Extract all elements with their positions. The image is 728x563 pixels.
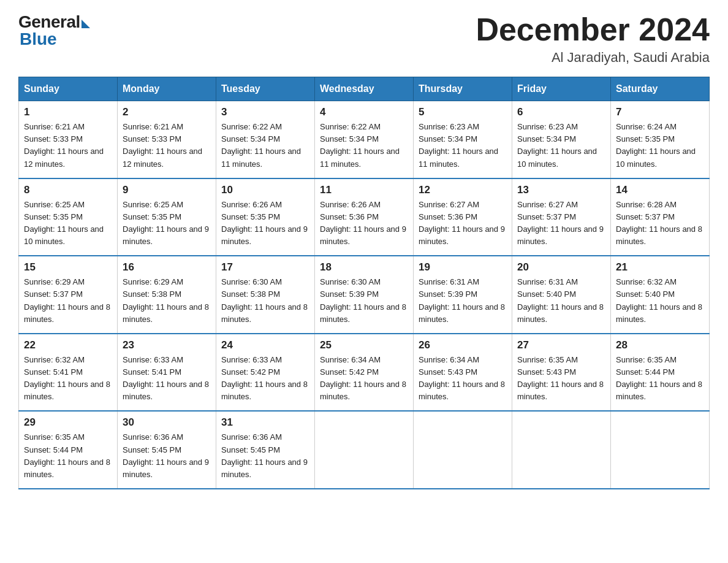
day-number: 13 (517, 184, 605, 196)
calendar-cell: 13 Sunrise: 6:27 AMSunset: 5:37 PMDaylig… (512, 178, 611, 256)
day-info: Sunrise: 6:28 AMSunset: 5:37 PMDaylight:… (616, 199, 704, 248)
calendar-cell: 23 Sunrise: 6:33 AMSunset: 5:41 PMDaylig… (118, 334, 216, 412)
day-info: Sunrise: 6:36 AMSunset: 5:45 PMDaylight:… (221, 431, 309, 481)
day-number: 2 (123, 106, 211, 118)
day-info: Sunrise: 6:29 AMSunset: 5:37 PMDaylight:… (24, 276, 112, 326)
day-info: Sunrise: 6:23 AMSunset: 5:34 PMDaylight:… (517, 121, 605, 170)
calendar-cell (611, 411, 710, 489)
day-info: Sunrise: 6:31 AMSunset: 5:39 PMDaylight:… (419, 276, 507, 326)
calendar-cell: 9 Sunrise: 6:25 AMSunset: 5:35 PMDayligh… (118, 178, 216, 256)
calendar-cell: 30 Sunrise: 6:36 AMSunset: 5:45 PMDaylig… (118, 411, 216, 489)
day-info: Sunrise: 6:34 AMSunset: 5:42 PMDaylight:… (320, 354, 408, 404)
day-number: 9 (123, 184, 211, 196)
calendar-header-friday: Friday (512, 77, 611, 101)
title-area: December 2024 Al Jaradiyah, Saudi Arabia (476, 12, 710, 66)
calendar-cell: 5 Sunrise: 6:23 AMSunset: 5:34 PMDayligh… (414, 101, 512, 178)
calendar-header-row: SundayMondayTuesdayWednesdayThursdayFrid… (19, 77, 710, 101)
calendar-cell: 12 Sunrise: 6:27 AMSunset: 5:36 PMDaylig… (414, 178, 512, 256)
calendar-cell: 4 Sunrise: 6:22 AMSunset: 5:34 PMDayligh… (315, 101, 414, 178)
day-info: Sunrise: 6:25 AMSunset: 5:35 PMDaylight:… (24, 199, 112, 248)
day-number: 14 (616, 184, 704, 196)
calendar-header-tuesday: Tuesday (216, 77, 315, 101)
day-info: Sunrise: 6:33 AMSunset: 5:41 PMDaylight:… (123, 354, 211, 404)
day-number: 1 (24, 106, 112, 118)
day-info: Sunrise: 6:25 AMSunset: 5:35 PMDaylight:… (123, 199, 211, 248)
day-number: 19 (419, 261, 507, 274)
day-number: 29 (24, 416, 112, 429)
calendar-cell (512, 411, 611, 489)
day-number: 26 (419, 339, 507, 351)
day-info: Sunrise: 6:26 AMSunset: 5:35 PMDaylight:… (221, 199, 309, 248)
day-number: 21 (616, 261, 704, 274)
calendar-table: SundayMondayTuesdayWednesdayThursdayFrid… (18, 77, 710, 489)
calendar-cell: 26 Sunrise: 6:34 AMSunset: 5:43 PMDaylig… (414, 334, 512, 412)
day-info: Sunrise: 6:22 AMSunset: 5:34 PMDaylight:… (320, 121, 408, 170)
day-number: 28 (616, 339, 704, 351)
day-number: 6 (517, 106, 605, 118)
calendar-cell: 2 Sunrise: 6:21 AMSunset: 5:33 PMDayligh… (118, 101, 216, 178)
calendar-cell: 19 Sunrise: 6:31 AMSunset: 5:39 PMDaylig… (414, 256, 512, 334)
calendar-week-row: 1 Sunrise: 6:21 AMSunset: 5:33 PMDayligh… (19, 101, 710, 178)
day-number: 15 (24, 261, 112, 274)
calendar-header-sunday: Sunday (19, 77, 118, 101)
calendar-cell: 6 Sunrise: 6:23 AMSunset: 5:34 PMDayligh… (512, 101, 611, 178)
day-info: Sunrise: 6:34 AMSunset: 5:43 PMDaylight:… (419, 354, 507, 404)
day-number: 24 (221, 339, 309, 351)
day-number: 10 (221, 184, 309, 196)
calendar-week-row: 29 Sunrise: 6:35 AMSunset: 5:44 PMDaylig… (19, 411, 710, 489)
day-number: 16 (123, 261, 211, 274)
calendar-cell: 3 Sunrise: 6:22 AMSunset: 5:34 PMDayligh… (216, 101, 315, 178)
day-info: Sunrise: 6:31 AMSunset: 5:40 PMDaylight:… (517, 276, 605, 326)
day-info: Sunrise: 6:35 AMSunset: 5:44 PMDaylight:… (616, 354, 704, 404)
calendar-cell: 17 Sunrise: 6:30 AMSunset: 5:38 PMDaylig… (216, 256, 315, 334)
calendar-cell: 10 Sunrise: 6:26 AMSunset: 5:35 PMDaylig… (216, 178, 315, 256)
location-text: Al Jaradiyah, Saudi Arabia (476, 50, 710, 66)
calendar-cell: 25 Sunrise: 6:34 AMSunset: 5:42 PMDaylig… (315, 334, 414, 412)
day-number: 31 (221, 416, 309, 429)
calendar-cell: 28 Sunrise: 6:35 AMSunset: 5:44 PMDaylig… (611, 334, 710, 412)
calendar-cell: 11 Sunrise: 6:26 AMSunset: 5:36 PMDaylig… (315, 178, 414, 256)
calendar-cell: 31 Sunrise: 6:36 AMSunset: 5:45 PMDaylig… (216, 411, 315, 489)
calendar-cell: 8 Sunrise: 6:25 AMSunset: 5:35 PMDayligh… (19, 178, 118, 256)
day-info: Sunrise: 6:29 AMSunset: 5:38 PMDaylight:… (123, 276, 211, 326)
day-number: 17 (221, 261, 309, 274)
day-info: Sunrise: 6:32 AMSunset: 5:41 PMDaylight:… (24, 354, 112, 404)
month-title: December 2024 (476, 12, 710, 47)
day-info: Sunrise: 6:30 AMSunset: 5:39 PMDaylight:… (320, 276, 408, 326)
calendar-week-row: 15 Sunrise: 6:29 AMSunset: 5:37 PMDaylig… (19, 256, 710, 334)
day-number: 7 (616, 106, 704, 118)
calendar-cell: 29 Sunrise: 6:35 AMSunset: 5:44 PMDaylig… (19, 411, 118, 489)
calendar-cell: 22 Sunrise: 6:32 AMSunset: 5:41 PMDaylig… (19, 334, 118, 412)
day-info: Sunrise: 6:32 AMSunset: 5:40 PMDaylight:… (616, 276, 704, 326)
day-info: Sunrise: 6:27 AMSunset: 5:36 PMDaylight:… (419, 199, 507, 248)
calendar-header-wednesday: Wednesday (315, 77, 414, 101)
day-info: Sunrise: 6:35 AMSunset: 5:43 PMDaylight:… (517, 354, 605, 404)
calendar-cell: 24 Sunrise: 6:33 AMSunset: 5:42 PMDaylig… (216, 334, 315, 412)
day-info: Sunrise: 6:30 AMSunset: 5:38 PMDaylight:… (221, 276, 309, 326)
calendar-cell: 14 Sunrise: 6:28 AMSunset: 5:37 PMDaylig… (611, 178, 710, 256)
day-info: Sunrise: 6:36 AMSunset: 5:45 PMDaylight:… (123, 431, 211, 481)
calendar-cell: 20 Sunrise: 6:31 AMSunset: 5:40 PMDaylig… (512, 256, 611, 334)
calendar-cell: 16 Sunrise: 6:29 AMSunset: 5:38 PMDaylig… (118, 256, 216, 334)
day-info: Sunrise: 6:24 AMSunset: 5:35 PMDaylight:… (616, 121, 704, 170)
day-number: 4 (320, 106, 408, 118)
day-number: 12 (419, 184, 507, 196)
calendar-week-row: 22 Sunrise: 6:32 AMSunset: 5:41 PMDaylig… (19, 334, 710, 412)
calendar-cell: 27 Sunrise: 6:35 AMSunset: 5:43 PMDaylig… (512, 334, 611, 412)
logo-blue-text: Blue (18, 29, 57, 49)
logo: General Blue (18, 12, 90, 49)
day-number: 23 (123, 339, 211, 351)
calendar-header-thursday: Thursday (414, 77, 512, 101)
calendar-cell (315, 411, 414, 489)
day-info: Sunrise: 6:33 AMSunset: 5:42 PMDaylight:… (221, 354, 309, 404)
calendar-week-row: 8 Sunrise: 6:25 AMSunset: 5:35 PMDayligh… (19, 178, 710, 256)
day-number: 3 (221, 106, 309, 118)
day-number: 27 (517, 339, 605, 351)
day-info: Sunrise: 6:21 AMSunset: 5:33 PMDaylight:… (24, 121, 112, 170)
day-info: Sunrise: 6:21 AMSunset: 5:33 PMDaylight:… (123, 121, 211, 170)
day-info: Sunrise: 6:35 AMSunset: 5:44 PMDaylight:… (24, 431, 112, 481)
day-info: Sunrise: 6:27 AMSunset: 5:37 PMDaylight:… (517, 199, 605, 248)
calendar-cell: 21 Sunrise: 6:32 AMSunset: 5:40 PMDaylig… (611, 256, 710, 334)
day-number: 18 (320, 261, 408, 274)
day-info: Sunrise: 6:23 AMSunset: 5:34 PMDaylight:… (419, 121, 507, 170)
